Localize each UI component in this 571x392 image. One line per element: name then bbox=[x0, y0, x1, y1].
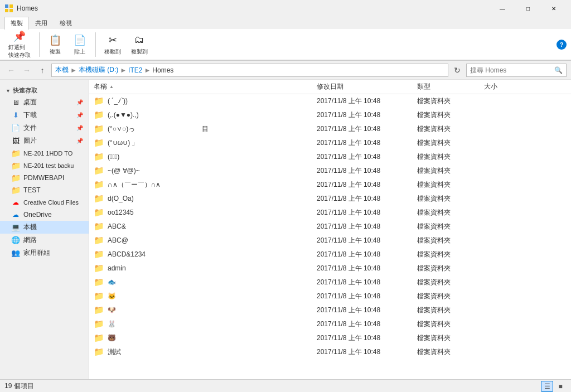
sidebar-item-homegroup[interactable]: 👥 家用群組 bbox=[0, 246, 89, 259]
table-row[interactable]: 📁 oo12345 2017/11/8 上午 10:48 檔案資料夾 bbox=[89, 206, 571, 220]
file-date: 2017/11/8 上午 10:48 bbox=[312, 221, 413, 233]
table-row[interactable]: 📁 ABCD&1234 2017/11/8 上午 10:48 檔案資料夾 bbox=[89, 248, 571, 262]
svg-rect-1 bbox=[9, 4, 13, 8]
ribbon-pin-btn[interactable]: 📌 釘選到快速存取 bbox=[4, 31, 35, 58]
up-button[interactable]: ↑ bbox=[36, 64, 49, 77]
tab-copy[interactable]: 複製 bbox=[4, 17, 29, 30]
sidebar-item-pictures[interactable]: 🖼 圖片 📌 bbox=[0, 134, 89, 147]
table-row[interactable]: 📁 ( ´_ﾉ`)) 2017/11/8 上午 10:48 檔案資料夾 bbox=[89, 94, 571, 108]
table-row[interactable]: 📁 測試 2017/11/8 上午 10:48 檔案資料夾 bbox=[89, 345, 571, 359]
column-size-header[interactable]: 大小 bbox=[480, 81, 524, 93]
minimize-button[interactable]: — bbox=[490, 0, 515, 17]
file-type: 檔案資料夾 bbox=[413, 179, 480, 191]
table-row[interactable]: 📁 ∩∧（￣ー￣）∩∧ 2017/11/8 上午 10:48 檔案資料夾 bbox=[89, 178, 571, 192]
view-tiles-button[interactable]: ■ bbox=[554, 381, 567, 392]
column-name-header[interactable]: 名稱 ▲ bbox=[89, 81, 312, 93]
sidebar-item-network[interactable]: 🌐 網路 bbox=[0, 234, 89, 246]
file-date: 2017/11/8 上午 10:48 bbox=[312, 249, 413, 260]
file-size bbox=[480, 142, 524, 144]
column-headers: 名稱 ▲ 修改日期 類型 大小 bbox=[89, 80, 571, 94]
help-button[interactable]: ? bbox=[557, 40, 567, 50]
folder-icon: 📁 bbox=[94, 110, 104, 120]
table-row[interactable]: 📁 🐶 2017/11/8 上午 10:48 檔案資料夾 bbox=[89, 303, 571, 317]
folder-icon-ne1: 📁 bbox=[11, 149, 20, 158]
table-row[interactable]: 📁 (,.(●▼●).,) 2017/11/8 上午 10:48 檔案資料夾 bbox=[89, 108, 571, 122]
close-button[interactable]: ✕ bbox=[541, 0, 567, 17]
folder-icon: 📁 bbox=[94, 124, 104, 134]
window-icon bbox=[4, 4, 13, 13]
table-row[interactable]: 📁 (°○∨○)っゞゞゞゞゞゞゞゞゞゞ目 2017/11/8 上午 10:48 … bbox=[89, 122, 571, 136]
table-row[interactable]: 📁 ABC& 2017/11/8 上午 10:48 檔案資料夾 bbox=[89, 220, 571, 234]
window-controls: — □ ✕ bbox=[490, 0, 567, 17]
refresh-button[interactable]: ↻ bbox=[451, 64, 464, 77]
table-row[interactable]: 📁 ABC@ 2017/11/8 上午 10:48 檔案資料夾 bbox=[89, 234, 571, 248]
table-row[interactable]: 📁 🐰 2017/11/8 上午 10:48 檔案資料夾 bbox=[89, 317, 571, 331]
table-row[interactable]: 📁 🐟 2017/11/8 上午 10:48 檔案資料夾 bbox=[89, 275, 571, 289]
ribbon-copyto-btn[interactable]: 🗂 複製到 bbox=[127, 31, 152, 58]
table-row[interactable]: 📁 (ﾟ∀ﾟ) 2017/11/8 上午 10:48 檔案資料夾 bbox=[89, 150, 571, 164]
sidebar-item-documents[interactable]: 📄 文件 📌 bbox=[0, 122, 89, 134]
sidebar-item-ne201-1hdd[interactable]: 📁 NE-201 1HDD TO bbox=[0, 147, 89, 159]
file-type: 檔案資料夾 bbox=[413, 304, 480, 316]
documents-icon: 📄 bbox=[11, 124, 20, 133]
ribbon-paste-btn[interactable]: 📄 貼上 bbox=[69, 31, 91, 58]
ribbon-sep-2 bbox=[95, 32, 96, 57]
table-row[interactable]: 📁 (°∪ω∪) 」 2017/11/8 上午 10:48 檔案資料夾 bbox=[89, 136, 571, 150]
tab-view[interactable]: 檢視 bbox=[54, 17, 78, 30]
table-row[interactable]: 📁 ~(@ ∀@)~ 2017/11/8 上午 10:48 檔案資料夾 bbox=[89, 164, 571, 178]
window-title: Homes bbox=[17, 4, 490, 12]
copy-icon: 📋 bbox=[49, 33, 62, 47]
table-row[interactable]: 📁 d(O_Oa) 2017/11/8 上午 10:48 檔案資料夾 bbox=[89, 192, 571, 206]
file-name: admin bbox=[108, 264, 126, 272]
forward-button[interactable]: → bbox=[20, 64, 33, 77]
folder-icon: 📁 bbox=[94, 263, 104, 273]
file-name: 🐶 bbox=[108, 306, 116, 314]
table-row[interactable]: 📁 🐻 2017/11/8 上午 10:48 檔案資料夾 bbox=[89, 331, 571, 345]
file-name: (ﾟ∀ﾟ) bbox=[108, 153, 119, 161]
ribbon-copy-btn[interactable]: 📋 複製 bbox=[44, 31, 66, 58]
breadcrumb[interactable]: 本機 ► 本機磁碟 (D:) ► ITE2 ► Homes bbox=[51, 64, 448, 77]
sidebar-item-desktop[interactable]: 🖥 桌面 📌 bbox=[0, 96, 89, 109]
sidebar-item-onedrive[interactable]: ☁ OneDrive bbox=[0, 209, 89, 221]
file-name: ~(@ ∀@)~ bbox=[108, 167, 140, 175]
file-date: 2017/11/8 上午 10:48 bbox=[312, 235, 413, 246]
sort-arrow: ▲ bbox=[109, 84, 114, 89]
onedrive-icon: ☁ bbox=[11, 210, 20, 219]
file-size bbox=[480, 183, 524, 186]
pictures-icon: 🖼 bbox=[11, 137, 20, 146]
pin-icon: 📌 bbox=[13, 30, 26, 42]
folder-icon: 📁 bbox=[94, 96, 104, 106]
sidebar-item-test[interactable]: 📁 TEST bbox=[0, 184, 89, 196]
table-row[interactable]: 📁 admin 2017/11/8 上午 10:48 檔案資料夾 bbox=[89, 262, 571, 275]
column-type-header[interactable]: 類型 bbox=[413, 81, 480, 93]
file-type: 檔案資料夾 bbox=[413, 332, 480, 344]
tab-share[interactable]: 共用 bbox=[29, 17, 54, 30]
search-box[interactable]: 🔍 bbox=[466, 64, 567, 77]
folder-icon: 📁 bbox=[94, 235, 104, 245]
breadcrumb-ite2[interactable]: ITE2 bbox=[128, 66, 142, 74]
search-input[interactable] bbox=[470, 66, 554, 74]
file-type: 檔案資料夾 bbox=[413, 193, 480, 205]
sidebar-item-creative-cloud[interactable]: ☁ Creative Cloud Files bbox=[0, 196, 89, 209]
maximize-button[interactable]: □ bbox=[515, 0, 541, 17]
back-button[interactable]: ← bbox=[4, 64, 18, 77]
view-details-button[interactable]: ☰ bbox=[541, 381, 553, 392]
folder-icon: 📁 bbox=[94, 193, 104, 204]
file-type: 檔案資料夾 bbox=[413, 151, 480, 163]
sidebar-item-this-pc[interactable]: 💻 本機 bbox=[0, 221, 89, 234]
sidebar-item-downloads[interactable]: ⬇ 下載 📌 bbox=[0, 109, 89, 122]
sidebar-item-ne201-backup[interactable]: 📁 NE-201 test backu bbox=[0, 159, 89, 172]
file-size bbox=[480, 170, 524, 172]
file-date: 2017/11/8 上午 10:48 bbox=[312, 165, 413, 177]
table-row[interactable]: 📁 🐱 2017/11/8 上午 10:48 檔案資料夾 bbox=[89, 289, 571, 303]
folder-icon: 📁 bbox=[94, 249, 104, 259]
ribbon-move-btn[interactable]: ✂ 移動到 bbox=[100, 31, 125, 58]
column-date-header[interactable]: 修改日期 bbox=[312, 81, 413, 93]
breadcrumb-drive[interactable]: 本機磁碟 (D:) bbox=[79, 65, 118, 75]
file-name: ( ´_ﾉ`)) bbox=[108, 97, 128, 105]
search-icon: 🔍 bbox=[554, 66, 563, 74]
folder-icon: 📁 bbox=[94, 166, 104, 176]
breadcrumb-computer[interactable]: 本機 bbox=[55, 65, 69, 75]
sidebar-item-pdmwebapi[interactable]: 📁 PDMWEBAPI bbox=[0, 172, 89, 184]
copyto-icon: 🗂 bbox=[133, 33, 146, 47]
